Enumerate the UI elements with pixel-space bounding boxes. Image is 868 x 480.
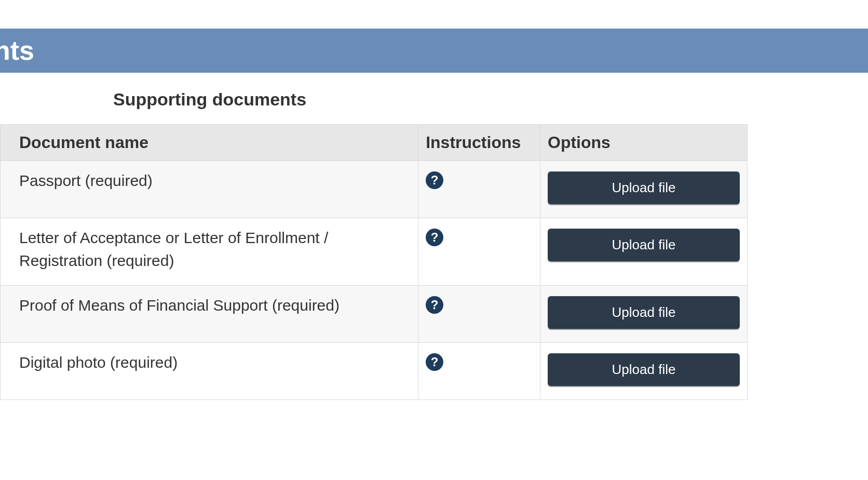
column-header-instructions: Instructions xyxy=(418,125,540,161)
document-name-cell: Passport (required) xyxy=(1,161,418,218)
table-row: Digital photo (required) ? Upload file xyxy=(1,343,748,400)
column-header-options: Options xyxy=(540,125,747,161)
options-cell: Upload file xyxy=(540,218,747,286)
help-icon[interactable]: ? xyxy=(426,229,443,246)
document-name-cell: Letter of Acceptance or Letter of Enroll… xyxy=(1,218,418,286)
help-icon[interactable]: ? xyxy=(426,353,443,371)
supporting-documents-table: Document name Instructions Options Passp… xyxy=(0,124,748,400)
page-header-title: nts xyxy=(0,35,34,65)
help-icon[interactable]: ? xyxy=(426,171,443,189)
instructions-cell: ? xyxy=(418,286,540,343)
upload-file-button[interactable]: Upload file xyxy=(548,171,740,204)
instructions-cell: ? xyxy=(418,161,540,218)
table-header-row: Document name Instructions Options xyxy=(1,125,748,161)
table-row: Proof of Means of Financial Support (req… xyxy=(1,286,748,343)
table-row: Passport (required) ? Upload file xyxy=(1,161,748,218)
upload-file-button[interactable]: Upload file xyxy=(548,353,740,386)
document-name-cell: Digital photo (required) xyxy=(1,343,418,400)
options-cell: Upload file xyxy=(540,343,747,400)
table-row: Letter of Acceptance or Letter of Enroll… xyxy=(1,218,748,286)
section-title: Supporting documents xyxy=(113,89,868,110)
instructions-cell: ? xyxy=(418,218,540,286)
options-cell: Upload file xyxy=(540,161,747,218)
document-name-cell: Proof of Means of Financial Support (req… xyxy=(1,286,418,343)
page-header-bar: nts xyxy=(0,29,868,73)
options-cell: Upload file xyxy=(540,286,747,343)
help-icon[interactable]: ? xyxy=(426,296,443,314)
instructions-cell: ? xyxy=(418,343,540,400)
upload-file-button[interactable]: Upload file xyxy=(548,229,740,261)
upload-file-button[interactable]: Upload file xyxy=(548,296,740,329)
column-header-document-name: Document name xyxy=(1,125,418,161)
